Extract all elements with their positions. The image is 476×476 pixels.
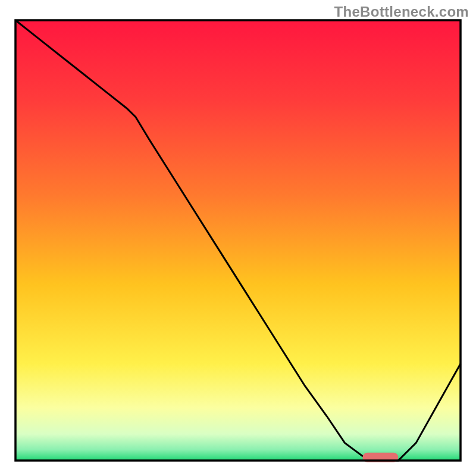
watermark-text: TheBottleneck.com [334,4,469,20]
bottleneck-chart: TheBottleneck.com [0,0,476,476]
plot-background [15,20,461,461]
chart-svg [0,0,476,476]
